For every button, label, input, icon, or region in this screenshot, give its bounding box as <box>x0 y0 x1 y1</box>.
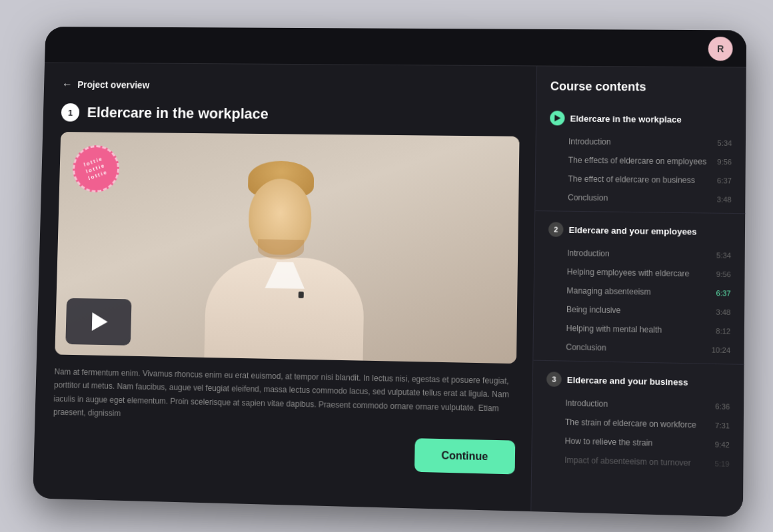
lesson-time: 9:56 <box>716 270 731 278</box>
lesson-time: 10:24 <box>712 346 730 354</box>
section-1-header[interactable]: Eldercare in the workplace <box>536 104 746 134</box>
continue-button[interactable]: Continue <box>414 437 516 473</box>
section-divider <box>535 210 745 214</box>
play-triangle-icon <box>554 115 560 121</box>
list-item[interactable]: Conclusion 10:24 <box>533 337 744 360</box>
section-3-header[interactable]: 3 Eldercare and your business <box>533 364 744 397</box>
play-icon <box>92 312 108 331</box>
list-item[interactable]: The effects of eldercare on employees 9:… <box>536 150 746 172</box>
lesson-time: 8:12 <box>716 327 730 336</box>
lesson-number: 1 <box>61 103 80 122</box>
list-item[interactable]: Introduction 5:34 <box>536 132 746 152</box>
course-contents-title: Course contents <box>536 79 746 105</box>
lesson-time: 3:48 <box>717 195 732 203</box>
lesson-name: The effect of eldercare on business <box>568 174 717 185</box>
breadcrumb[interactable]: ← Project overview <box>62 79 520 94</box>
lesson-time: 7:31 <box>715 421 730 429</box>
lesson-time: 9:42 <box>715 440 730 449</box>
section-1-play-icon <box>550 111 564 125</box>
section-2-header[interactable]: 2 Eldercare and your employees <box>535 215 746 246</box>
video-container[interactable]: lottielottielottie <box>55 132 519 364</box>
list-item[interactable]: Helping employees with eldercare 9:56 <box>534 262 745 284</box>
left-panel: ← Project overview 1 Eldercare in the wo… <box>33 63 536 511</box>
lesson-time: 5:34 <box>717 138 732 146</box>
lesson-time: 9:56 <box>717 157 732 165</box>
right-panel: Course contents Eldercare in the workpla… <box>530 66 746 517</box>
lesson-name: Impact of absenteeism on turnover <box>564 455 715 468</box>
list-item[interactable]: Conclusion 3:48 <box>535 188 745 209</box>
lesson-name: Helping with mental health <box>566 323 716 335</box>
lesson-name: Being inclusive <box>566 304 716 316</box>
section-2-number: 2 <box>548 222 564 236</box>
main-content: ← Project overview 1 Eldercare in the wo… <box>33 63 746 517</box>
section-3-label: Eldercare and your business <box>567 374 688 387</box>
lesson-description: Nam at fermentum enim. Vivamus rhoncus e… <box>53 365 516 429</box>
lesson-name: Introduction <box>565 398 715 411</box>
lesson-name: How to relieve the strain <box>564 436 714 449</box>
list-item[interactable]: Introduction 5:34 <box>534 243 745 265</box>
lesson-name: Introduction <box>567 248 716 260</box>
lesson-name: Helping employees with eldercare <box>567 267 716 279</box>
list-item[interactable]: The effect of eldercare on business 6:37 <box>536 169 746 190</box>
play-button[interactable] <box>65 298 131 345</box>
brand-text: lottielottielottie <box>83 154 109 182</box>
lesson-time: 5:34 <box>716 251 731 259</box>
section-2-label: Eldercare and your employees <box>568 224 696 236</box>
lesson-name: Conclusion <box>568 192 717 204</box>
lesson-name: The effects of eldercare on employees <box>568 155 718 166</box>
back-arrow-icon: ← <box>62 79 73 91</box>
lesson-time: 3:48 <box>716 308 730 316</box>
device-frame: R ← Project overview 1 Eldercare in the … <box>33 27 746 517</box>
lesson-time: 6:36 <box>715 402 730 411</box>
lesson-name: The strain of eldercare on workforce <box>565 417 715 429</box>
lesson-time: 5:19 <box>715 459 730 468</box>
breadcrumb-label: Project overview <box>77 79 149 90</box>
section-3-number: 3 <box>546 372 562 387</box>
lesson-time: 6:37 <box>717 176 732 184</box>
avatar[interactable]: R <box>708 36 733 60</box>
lesson-name: Managing absenteeism <box>566 286 716 298</box>
lesson-name: Introduction <box>568 136 718 147</box>
lesson-name: Conclusion <box>566 342 712 354</box>
section-divider <box>533 360 744 364</box>
section-1-label: Eldercare in the workplace <box>570 113 681 125</box>
top-bar: R <box>45 27 746 68</box>
lesson-time: 6:37 <box>716 289 731 298</box>
lesson-title: Eldercare in the workplace <box>87 104 269 123</box>
lesson-header: 1 Eldercare in the workplace <box>61 103 520 126</box>
